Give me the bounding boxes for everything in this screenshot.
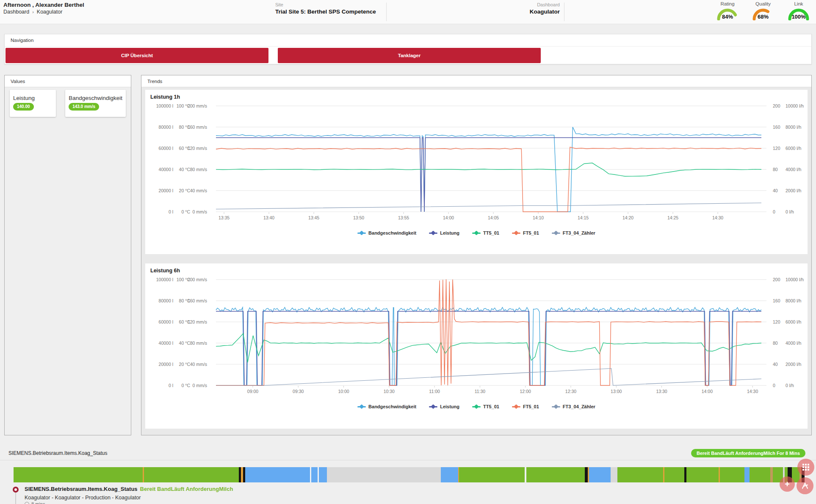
timeline-item-name[interactable]: SIEMENS.Betriebsraum.Items.Koag_StatusBe… xyxy=(25,486,233,492)
svg-text:20 °C: 20 °C xyxy=(179,362,191,367)
status-segment xyxy=(327,467,441,482)
legend-item-FT3_04_Zähler[interactable]: FT3_04_Zähler xyxy=(552,404,595,409)
status-segment xyxy=(319,467,327,482)
svg-text:0 mm/s: 0 mm/s xyxy=(193,209,207,214)
status-badge: Bereit BandLäuft AnforderungMilch For 8 … xyxy=(691,449,805,457)
svg-text:100000 l: 100000 l xyxy=(156,103,173,108)
legend-item-TT5_01[interactable]: TT5_01 xyxy=(472,404,499,409)
svg-text:60000 l: 60000 l xyxy=(159,319,173,324)
chart-legend[interactable]: BandgeschwindigkeitLeistungTT5_01FT5_01F… xyxy=(145,230,808,235)
svg-text:14:30: 14:30 xyxy=(712,215,723,220)
logo-a-icon xyxy=(801,482,809,490)
svg-text:80 mm/s: 80 mm/s xyxy=(190,341,207,346)
status-segment xyxy=(617,467,663,482)
legend-item-Bandgeschwindigkeit[interactable]: Bandgeschwindigkeit xyxy=(357,404,416,409)
svg-text:2000 l/h: 2000 l/h xyxy=(786,362,802,367)
legend-item-FT3_04_Zähler[interactable]: FT3_04_Zähler xyxy=(552,230,595,235)
svg-text:0 l: 0 l xyxy=(169,383,173,388)
values-title: Values xyxy=(5,75,131,87)
logo-button[interactable] xyxy=(797,477,813,494)
legend-marker-icon xyxy=(552,233,560,234)
svg-text:40 mm/s: 40 mm/s xyxy=(190,362,207,367)
add-button[interactable]: + xyxy=(780,476,795,492)
svg-text:10000 l/h: 10000 l/h xyxy=(786,277,804,282)
svg-text:10:30: 10:30 xyxy=(384,389,395,394)
timeline-bullet-icon xyxy=(13,487,19,493)
svg-text:09:00: 09:00 xyxy=(247,389,258,394)
value-card-leistung[interactable]: Leistung 140.00 xyxy=(10,90,56,117)
legend-item-Leistung[interactable]: Leistung xyxy=(429,404,459,409)
tanklager-button[interactable]: Tanklager xyxy=(278,48,541,63)
status-segment xyxy=(750,467,770,482)
legend-item-FT5_01[interactable]: FT5_01 xyxy=(512,230,539,235)
header-divider xyxy=(386,3,387,21)
svg-text:13:30: 13:30 xyxy=(656,389,667,394)
svg-text:14:25: 14:25 xyxy=(667,215,678,220)
status-timeline-bar[interactable] xyxy=(14,467,805,482)
timeline-item-state: Bereit BandLäuft AnforderungMilch xyxy=(140,486,233,492)
dashboard-label: Dashboard xyxy=(487,2,560,7)
plus-icon: + xyxy=(785,479,790,489)
svg-text:0 l/h: 0 l/h xyxy=(786,209,794,214)
svg-text:2000 l/h: 2000 l/h xyxy=(786,188,802,193)
svg-text:80: 80 xyxy=(773,341,778,346)
site-label: Site xyxy=(275,2,376,7)
svg-text:11:00: 11:00 xyxy=(429,389,440,394)
legend-item-Leistung[interactable]: Leistung xyxy=(429,230,459,235)
line-chart-leistung-1h[interactable]: 100000 l100 °C200 mm/s20010000 l/h80000 … xyxy=(145,100,808,230)
chart-title: Leistung 1h xyxy=(145,90,808,100)
dashboard-value: Koagulator xyxy=(487,8,560,15)
site-value: Trial Site 5: Berthel SPS Competence xyxy=(275,8,376,15)
legend-item-FT5_01[interactable]: FT5_01 xyxy=(512,404,539,409)
value-card-bandgeschwindigkeit[interactable]: Bandgeschwindigkeit 143.0 mm/s xyxy=(65,90,126,117)
legend-item-TT5_01[interactable]: TT5_01 xyxy=(472,230,499,235)
dashboard-grid-button[interactable] xyxy=(797,459,814,476)
chart-card-leistung-6h: Leistung 6h 100000 l100 °C200 mm/s200100… xyxy=(145,263,808,429)
trends-panel: Trends Leistung 1h 100000 l100 °C200 mm/… xyxy=(141,75,812,435)
svg-text:14:00: 14:00 xyxy=(443,215,454,220)
svg-text:10000 l/h: 10000 l/h xyxy=(786,103,804,108)
svg-text:0 l/h: 0 l/h xyxy=(786,383,794,388)
legend-item-Bandgeschwindigkeit[interactable]: Bandgeschwindigkeit xyxy=(357,230,416,235)
svg-text:0 °C: 0 °C xyxy=(181,209,190,214)
svg-text:40 °C: 40 °C xyxy=(179,167,191,172)
value-badge: 140.00 xyxy=(13,103,34,111)
svg-text:13:50: 13:50 xyxy=(353,215,364,220)
svg-text:100000 l: 100000 l xyxy=(156,277,173,282)
status-segment xyxy=(311,467,318,482)
chevron-right-icon: › xyxy=(32,9,34,14)
svg-text:4000 l/h: 4000 l/h xyxy=(786,341,802,346)
value-badge: 143.0 mm/s xyxy=(69,103,99,111)
svg-text:0 l: 0 l xyxy=(169,209,173,214)
breadcrumb-dashboard[interactable]: Dashboard xyxy=(3,9,29,15)
svg-text:120 mm/s: 120 mm/s xyxy=(188,319,207,324)
breadcrumb: Dashboard › Koagulator xyxy=(3,9,62,15)
svg-text:60000 l: 60000 l xyxy=(159,146,173,151)
greeting-text: Afternoon , Alexander Berthel xyxy=(3,2,84,8)
status-segment xyxy=(526,467,585,482)
svg-text:80000 l: 80000 l xyxy=(159,298,173,303)
svg-text:14:00: 14:00 xyxy=(702,389,713,394)
svg-text:14:30: 14:30 xyxy=(747,389,758,394)
header-divider xyxy=(564,3,564,21)
values-panel: Values Leistung 140.00 Bandgeschwindigke… xyxy=(4,75,131,435)
site-block: Site Trial Site 5: Berthel SPS Competenc… xyxy=(275,2,376,15)
legend-marker-icon xyxy=(472,233,481,234)
cip-uebersicht-button[interactable]: CIP Übersicht xyxy=(6,48,268,63)
line-chart-leistung-6h[interactable]: 100000 l100 °C200 mm/s20010000 l/h80000 … xyxy=(145,274,808,403)
svg-text:20000 l: 20000 l xyxy=(159,188,173,193)
clock-icon xyxy=(25,502,29,504)
svg-text:120 mm/s: 120 mm/s xyxy=(188,146,207,151)
svg-text:80000 l: 80000 l xyxy=(159,125,173,130)
svg-text:160 mm/s: 160 mm/s xyxy=(188,298,207,303)
svg-text:200 mm/s: 200 mm/s xyxy=(188,277,207,282)
legend-marker-icon xyxy=(429,406,437,407)
svg-text:13:00: 13:00 xyxy=(611,389,622,394)
gauge-link: Link 100% xyxy=(786,1,811,20)
status-segment xyxy=(664,467,684,482)
chart-legend[interactable]: BandgeschwindigkeitLeistungTT5_01FT5_01F… xyxy=(145,404,808,409)
svg-text:0: 0 xyxy=(773,383,775,388)
svg-text:0: 0 xyxy=(773,209,775,214)
svg-text:120: 120 xyxy=(773,146,780,151)
svg-text:200: 200 xyxy=(773,277,780,282)
